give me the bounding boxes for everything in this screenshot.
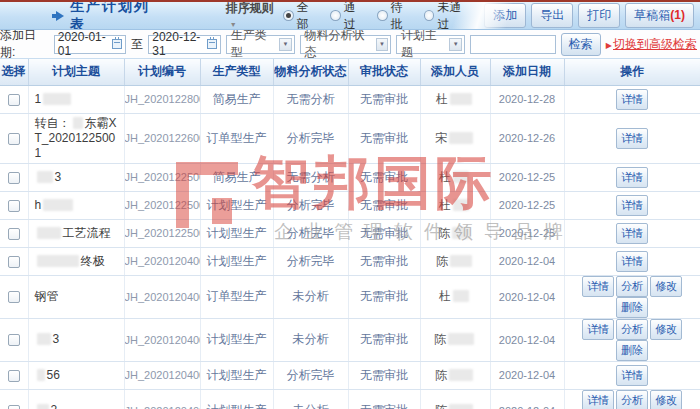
operation-cell: 详情 [564,361,700,389]
plan-topic-select[interactable]: 计划主题 [396,35,465,54]
date-from-input[interactable]: 2020-01-01 [54,35,127,54]
row-checkbox[interactable] [8,291,20,303]
production-type-cell: 简易生产 [200,85,273,113]
row-checkbox[interactable] [8,172,20,184]
topic-text: 3 [55,170,62,184]
person-cell: 陈 [420,389,490,409]
calendar-icon[interactable] [112,39,122,49]
material-status-select[interactable]: 物料分析状态 [300,35,392,54]
redacted-blur-patch [449,404,473,409]
production-plan-list-page: 生产计划列表 排序规则 全部通过待批未通过 添加导出打印草稿箱(1) 添加日期:… [0,0,700,409]
row-checkbox[interactable] [8,256,20,268]
date-filter-label: 添加日期: [0,27,49,61]
analyze-button[interactable]: 分析 [616,319,648,340]
row-checkbox[interactable] [8,200,20,212]
advanced-search-link[interactable]: 切换到高级检索 [606,36,697,53]
topic-cell: 终极 [28,247,124,275]
topic-text: 2 [51,403,58,409]
detail-button[interactable]: 详情 [616,251,648,272]
detail-button[interactable]: 详情 [616,195,648,216]
keyword-input[interactable] [470,35,556,54]
add-date-cell: 2020-12-28 [490,85,564,113]
delete-button[interactable]: 删除 [616,340,648,361]
approval-status-cell: 无需审批 [348,113,420,163]
sort-rule-dropdown[interactable]: 排序规则 [226,2,283,30]
search-button[interactable]: 检索 [561,33,601,56]
detail-button[interactable]: 详情 [582,390,614,409]
person-text: 陈 [435,403,447,409]
production-type-select[interactable]: 生产类型 [226,35,295,54]
calendar-icon[interactable] [207,39,217,49]
date-to-input[interactable]: 2020-12-31 [148,35,221,54]
status-radio-pending[interactable]: 待批 [377,2,414,30]
row-checkbox[interactable] [8,94,20,106]
plan-code-cell: JH_20201225005 [124,163,200,191]
radio-icon [283,10,294,21]
redacted-blur-patch [37,369,45,381]
status-radio-label: 通过 [344,2,367,30]
topic-cell: 1 [28,85,124,113]
status-radio-rejected[interactable]: 未通过 [424,2,473,30]
row-checkbox[interactable] [8,228,20,240]
draft-box-button[interactable]: 草稿箱(1) [625,3,694,28]
topic-cell: h [28,191,124,219]
export-button[interactable]: 导出 [531,3,573,28]
row-checkbox[interactable] [8,133,20,145]
detail-button[interactable]: 详情 [616,167,648,188]
redacted-blur-patch [450,93,472,105]
row-checkbox[interactable] [8,405,20,409]
redacted-blur-patch [37,333,51,345]
draft-box-label: 草稿箱 [634,8,670,22]
redacted-blur-patch [37,404,49,409]
person-text: 杜 [439,289,451,303]
status-radio-all[interactable]: 全部 [283,2,320,30]
modify-button[interactable]: 修改 [650,390,682,409]
select-cell [0,191,28,219]
topic-text: 终极 [81,254,105,268]
print-button[interactable]: 打印 [578,3,620,28]
table-row: 1JH_20201228001简易生产无需分析无需审批杜2020-12-28详情 [0,85,700,113]
topic-text: 3 [53,332,60,346]
detail-button[interactable]: 详情 [582,319,614,340]
person-cell: 杜 [420,275,490,318]
redacted-blur-patch [453,290,469,302]
topic-cell: 3 [28,163,124,191]
column-header: 操作 [564,59,700,85]
analyze-button[interactable]: 分析 [616,390,648,409]
redacted-blur-patch [449,369,473,381]
column-header: 审批状态 [348,59,420,85]
add-date-cell: 2020-12-25 [490,163,564,191]
analysis-status-cell: 分析完毕 [273,247,348,275]
table-body: 1JH_20201228001简易生产无需分析无需审批杜2020-12-28详情… [0,85,700,409]
operation-cell: 详情分析修改删除 [564,318,700,361]
add-button[interactable]: 添加 [484,3,526,28]
chevron-down-icon [449,38,461,51]
row-checkbox[interactable] [8,370,20,382]
topic-text: 工艺流程 [63,226,111,240]
analyze-button[interactable]: 分析 [616,276,648,297]
modify-button[interactable]: 修改 [650,319,682,340]
topic-text: 转自： [35,116,71,130]
radio-icon [424,10,435,21]
column-header: 添加日期 [490,59,564,85]
row-checkbox[interactable] [8,334,20,346]
delete-button[interactable]: 删除 [616,297,648,318]
modify-button[interactable]: 修改 [650,276,682,297]
detail-button[interactable]: 详情 [616,89,648,110]
table-row: 56JH_20201204003计划型生产分析完毕无需审批陈2020-12-04… [0,361,700,389]
redacted-blur-patch [43,93,71,105]
approval-status-cell: 无需审批 [348,247,420,275]
person-cell: 陈 [420,361,490,389]
detail-button[interactable]: 详情 [616,365,648,386]
page-title: 生产计划列表 [70,2,164,30]
select-cell [0,85,28,113]
plan-topic-select-value: 计划主题 [401,27,446,61]
person-text: 杜 [439,198,451,212]
person-cell: 宋 [420,113,490,163]
detail-button[interactable]: 详情 [582,276,614,297]
detail-button[interactable]: 详情 [616,128,648,149]
status-radio-passed[interactable]: 通过 [330,2,367,30]
detail-button[interactable]: 详情 [616,223,648,244]
redacted-blur-patch [37,255,79,267]
operation-cell: 详情分析修改删除 [564,275,700,318]
